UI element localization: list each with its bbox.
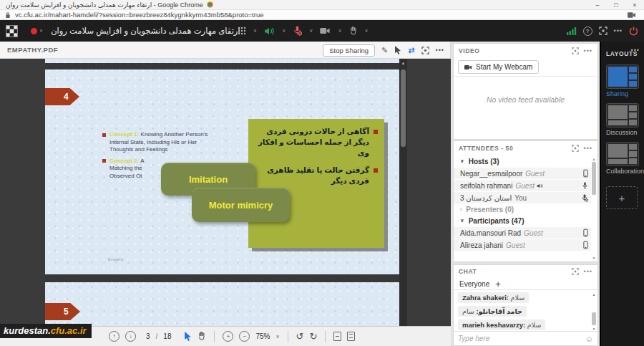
attendees-scrollbar[interactable]: ▲ ▼ — [591, 157, 597, 260]
pod-options-icon[interactable]: ••• — [584, 268, 592, 275]
speaker-icon[interactable] — [264, 27, 275, 36]
connection-signal-icon[interactable] — [567, 27, 577, 35]
url-bar[interactable]: vc.cfu.ac.ir/mahart-hamdeli/?session=bre… — [0, 10, 644, 20]
chevron-down-icon[interactable]: ∨ — [338, 28, 341, 34]
participants-label: Participants (47) — [469, 217, 525, 225]
zoom-dropdown-icon[interactable]: ∨ — [275, 334, 279, 340]
chat-message-input[interactable] — [458, 335, 585, 342]
fullscreen-icon[interactable] — [421, 47, 429, 54]
chevron-down-icon[interactable]: ∨ — [282, 28, 286, 34]
webcam-icon[interactable] — [320, 27, 331, 34]
adobe-connect-logo-icon[interactable] — [6, 25, 18, 37]
fullscreen-icon[interactable] — [572, 145, 579, 152]
close-button[interactable]: × — [625, 1, 644, 9]
site-watermark: kurdestan.cfu.ac.ir — [0, 324, 92, 338]
maximize-button[interactable]: □ — [607, 1, 625, 9]
meeting-title: ارتقای مهارت همدلی دانشجویان و افزایش سل… — [51, 26, 240, 36]
bullet-square-icon — [102, 159, 106, 163]
chrome-logo-icon — [207, 1, 213, 8]
zoom-out-button[interactable]: − — [239, 331, 250, 342]
attendee-row-you[interactable]: استان کردستان 3 You — [454, 192, 591, 203]
attendee-row[interactable]: Aida.mansouri Rad Guest — [454, 227, 591, 239]
minimize-button[interactable]: – — [588, 1, 607, 9]
bullet-square-icon — [374, 168, 378, 173]
fullscreen-icon[interactable] — [572, 47, 579, 54]
sync-navigation-icon[interactable]: ⇄ — [408, 46, 414, 55]
scrollbar-thumb[interactable] — [401, 69, 406, 147]
bullet-square-icon — [102, 133, 106, 137]
stop-sharing-button[interactable]: Stop Sharing — [323, 44, 375, 57]
pod-options-icon[interactable]: ••• — [436, 47, 444, 54]
chevron-down-icon[interactable]: ∨ — [309, 28, 313, 34]
participants-section-header[interactable]: ∨ Participants (47) — [454, 215, 597, 226]
pods-grid-icon[interactable] — [238, 27, 246, 35]
scroll-up-icon[interactable]: ▲ — [591, 157, 597, 161]
no-video-message: No video feed available — [454, 95, 597, 104]
fullscreen-icon[interactable] — [599, 27, 608, 35]
attendee-row[interactable]: Negar__esmailpoor Guest — [454, 168, 591, 179]
slide-footer-text: Empathy — [108, 257, 124, 261]
layout-label-collaboration[interactable]: Collaboration — [606, 168, 644, 175]
next-page-button[interactable]: ↓ — [125, 331, 136, 342]
power-exit-icon[interactable] — [629, 27, 638, 36]
more-options-icon[interactable]: ••• — [614, 27, 623, 34]
hosts-section-header[interactable]: ∨ Hosts (3) — [454, 155, 597, 167]
chat-message: marieh keshavarzy: سلام — [458, 319, 545, 330]
rotate-right-button[interactable]: ↻ — [310, 331, 318, 342]
start-webcam-button[interactable]: Start My Webcam — [458, 60, 539, 74]
attendees-pod-header: ATTENDEES - 50 ••• — [454, 141, 597, 155]
chat-scrollbar[interactable]: ▲ ▼ — [591, 292, 597, 331]
phone-icon — [583, 169, 588, 178]
pan-hand-icon[interactable] — [197, 332, 206, 341]
layout-thumb-sharing[interactable] — [606, 64, 639, 89]
current-page[interactable]: 3 — [146, 332, 150, 340]
total-pages: 18 — [163, 332, 171, 340]
slide-number: 5 — [64, 307, 69, 317]
fit-width-button[interactable] — [333, 332, 341, 341]
pod-options-icon[interactable]: ••• — [584, 47, 592, 54]
chevron-down-icon[interactable]: ∨ — [253, 28, 257, 34]
presenters-section-header[interactable]: › Presenters (0) — [454, 203, 597, 215]
select-tool-icon[interactable] — [184, 332, 192, 341]
page-scrollbar[interactable]: ▲ — [399, 59, 407, 326]
draw-pencil-icon[interactable]: ✎ — [381, 46, 388, 55]
attendee-role: Guest — [525, 170, 545, 178]
layouts-options-icon[interactable]: ••• — [631, 47, 640, 54]
attendee-row[interactable]: seifolah rahmani Guest — [454, 180, 591, 191]
pointer-icon[interactable] — [394, 46, 401, 54]
previous-page-button[interactable]: ↑ — [109, 331, 119, 342]
layout-label-sharing[interactable]: Sharing — [606, 90, 644, 97]
chat-text: سلام — [511, 294, 525, 302]
zoom-level[interactable]: 75% — [255, 332, 270, 340]
fit-page-button[interactable] — [347, 332, 355, 341]
scrollbar-thumb[interactable] — [592, 162, 596, 195]
chat-tab-everyone[interactable]: Everyone — [459, 280, 489, 288]
side-pods-column: VIDEO ••• Start My Webcam No video feed … — [451, 42, 601, 346]
zoom-in-button[interactable]: + — [223, 331, 233, 342]
layout-thumb-collaboration[interactable] — [606, 142, 639, 166]
chat-text: سام — [462, 307, 474, 315]
page-separator: / — [156, 332, 158, 340]
chat-sender: حامد آقاجانلو: — [476, 307, 522, 315]
layout-label-discussion[interactable]: Discussion — [606, 129, 644, 136]
pod-options-icon[interactable]: ••• — [584, 145, 592, 152]
help-icon[interactable]: ? — [583, 27, 592, 36]
raise-hand-icon[interactable] — [349, 27, 358, 36]
layout-thumb-discussion[interactable] — [606, 103, 639, 128]
scroll-up-icon[interactable]: ▲ — [399, 59, 407, 65]
fullscreen-icon[interactable] — [572, 268, 579, 275]
chat-pod: CHAT ••• Everyone + Zahra shakeri: سلام … — [453, 264, 598, 346]
attendees-pod-title: ATTENDEES - 50 — [459, 145, 513, 152]
emoticon-icon[interactable]: ☺ — [585, 335, 593, 343]
microphone-muted-icon[interactable] — [293, 26, 302, 36]
attendee-row[interactable]: Alireza jahani Guest — [454, 239, 591, 251]
chevron-down-icon[interactable]: ∨ — [39, 28, 43, 34]
scroll-up-icon[interactable]: ▲ — [591, 292, 597, 297]
add-layout-button[interactable]: + — [606, 186, 638, 209]
scrollbar-thumb[interactable] — [592, 312, 596, 325]
camera-permission-icon[interactable] — [628, 12, 635, 18]
rotate-left-button[interactable]: ↺ — [296, 331, 304, 342]
add-chat-tab-button[interactable]: + — [495, 279, 501, 289]
scroll-down-icon[interactable]: ▼ — [591, 256, 597, 260]
chevron-down-icon[interactable]: ∨ — [365, 28, 369, 34]
